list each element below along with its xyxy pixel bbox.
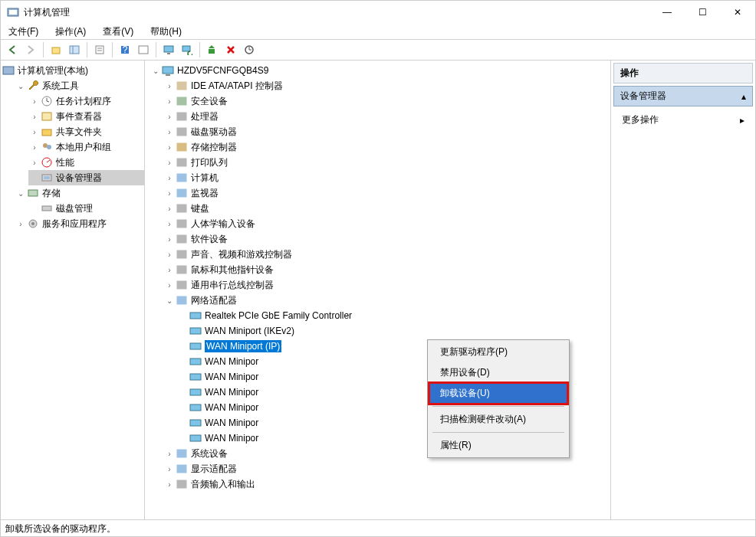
device-tree-pane[interactable]: ⌄HZDV5FCNFGQB4S9 › IDE ATA/ATAPI 控制器 › 安… [145, 61, 611, 519]
device-item-network[interactable]: › Realtek PCIe GbE Family Controller [177, 308, 610, 323]
disk-icon [41, 202, 53, 214]
ctx-properties[interactable]: 属性(R) [429, 435, 567, 456]
device-item-network[interactable]: › WAN Miniport (IKEv2) [177, 323, 610, 339]
tree-performance[interactable]: ›性能 [28, 155, 144, 170]
device-cat-display[interactable]: › 显示适配器 [163, 461, 610, 476]
svg-text:?: ? [123, 44, 128, 55]
minimize-button[interactable]: — [649, 1, 685, 24]
help-button[interactable]: ? [117, 41, 133, 58]
monitor-refresh-button[interactable] [179, 41, 196, 58]
expand-icon[interactable]: › [30, 127, 39, 136]
expand-icon[interactable]: › [165, 219, 174, 228]
device-cat-usb[interactable]: › 通用串行总线控制器 [163, 277, 610, 293]
up-button[interactable] [48, 41, 64, 58]
collapse-icon[interactable]: ⌄ [16, 81, 25, 90]
maximize-button[interactable]: ☐ [685, 1, 720, 24]
svg-rect-58 [190, 435, 201, 441]
device-mgr-icon [41, 172, 53, 184]
device-host[interactable]: ⌄HZDV5FCNFGQB4S9 [150, 63, 610, 78]
expand-icon[interactable]: › [165, 142, 174, 152]
actions-more[interactable]: 更多操作 ▸ [611, 109, 755, 131]
ctx-update-driver[interactable]: 更新驱动程序(P) [429, 342, 567, 362]
expand-icon[interactable]: › [30, 97, 39, 106]
svg-rect-44 [177, 220, 186, 228]
close-button[interactable]: ✕ [720, 1, 755, 24]
tree-services-apps[interactable]: ›服务和应用程序 [15, 216, 144, 231]
actions-selected[interactable]: 设备管理器 ▴ [613, 86, 753, 106]
device-cat-diskdrive[interactable]: › 磁盘驱动器 [163, 124, 610, 139]
device-cat-sound[interactable]: › 声音、视频和游戏控制器 [163, 247, 610, 262]
tree-disk-mgmt[interactable]: ›磁盘管理 [28, 201, 144, 216]
expand-icon[interactable]: › [165, 250, 174, 259]
expand-icon[interactable]: › [165, 173, 174, 182]
collapse-icon[interactable]: ⌄ [151, 66, 160, 75]
ctx-uninstall-device[interactable]: 卸载设备(U) [429, 383, 567, 404]
keyboard-icon [176, 202, 188, 214]
forward-button[interactable] [22, 41, 39, 58]
svg-rect-21 [42, 113, 51, 120]
show-hide-tree-button[interactable] [66, 41, 83, 58]
properties-button[interactable] [91, 41, 108, 58]
svg-rect-2 [52, 47, 60, 54]
device-cat-audio[interactable]: › 音频输入和输出 [163, 476, 610, 492]
tree-task-scheduler[interactable]: ›任务计划程序 [28, 93, 144, 109]
expand-icon[interactable]: › [30, 158, 39, 167]
uninstall-button[interactable] [222, 41, 239, 58]
tree-storage[interactable]: ⌄ 存储 [15, 185, 144, 201]
device-cat-mouse[interactable]: › 鼠标和其他指针设备 [163, 262, 610, 277]
expand-icon[interactable]: › [165, 127, 174, 136]
expand-icon[interactable]: › [30, 142, 39, 152]
device-cat-monitor[interactable]: › 监视器 [163, 185, 610, 201]
scan-hardware-button[interactable] [241, 41, 258, 58]
expand-icon[interactable]: › [30, 112, 39, 121]
sound-icon [176, 248, 188, 260]
tree-system-tools[interactable]: ⌄ 系统工具 [15, 78, 144, 93]
expand-icon[interactable]: › [165, 158, 174, 167]
expand-icon[interactable]: › [165, 81, 174, 90]
expand-icon[interactable]: › [165, 204, 174, 213]
tree-shared-folders[interactable]: ›共享文件夹 [28, 124, 144, 139]
device-cat-cpu[interactable]: › 处理器 [163, 109, 610, 124]
expand-icon[interactable]: › [165, 449, 174, 458]
menu-help[interactable]: 帮助(H) [147, 24, 185, 40]
expand-icon[interactable]: › [165, 480, 174, 489]
tree-root[interactable]: 计算机管理(本地) [1, 63, 144, 78]
menu-file[interactable]: 文件(F) [5, 24, 41, 40]
ctx-disable-device[interactable]: 禁用设备(D) [429, 362, 567, 383]
expand-icon[interactable]: › [165, 280, 174, 290]
device-cat-printq[interactable]: › 打印队列 [163, 155, 610, 170]
storage-ctrl-icon [176, 141, 188, 153]
expand-icon[interactable]: › [16, 219, 25, 228]
device-cat-ide[interactable]: › IDE ATA/ATAPI 控制器 [163, 78, 610, 93]
tree-device-manager[interactable]: ›设备管理器 [28, 170, 144, 185]
collapse-icon[interactable]: ⌄ [165, 296, 174, 305]
ctx-scan-hardware[interactable]: 扫描检测硬件改动(A) [429, 409, 567, 430]
tree-event-viewer[interactable]: ›事件查看器 [28, 109, 144, 124]
monitor-button[interactable] [160, 41, 177, 58]
expand-icon[interactable]: › [165, 234, 174, 244]
device-cat-network[interactable]: ⌄ 网络适配器 [163, 293, 610, 308]
collapse-icon[interactable]: ⌄ [16, 188, 25, 198]
back-button[interactable] [4, 41, 21, 58]
expand-icon[interactable]: › [165, 97, 174, 106]
context-menu: 更新驱动程序(P) 禁用设备(D) 卸载设备(U) 扫描检测硬件改动(A) 属性… [427, 339, 570, 458]
left-tree-pane[interactable]: 计算机管理(本地) ⌄ 系统工具 ›任务计划程序 ›事件查看器 ›共享文件夹 [1, 61, 145, 519]
expand-icon[interactable]: › [165, 265, 174, 274]
device-cat-keyboard[interactable]: › 键盘 [163, 201, 610, 216]
tree-local-users[interactable]: ›本地用户和组 [28, 139, 144, 155]
expand-icon[interactable]: › [165, 188, 174, 198]
device-cat-software[interactable]: › 软件设备 [163, 231, 610, 247]
expand-icon[interactable]: › [165, 112, 174, 121]
expand-icon[interactable]: › [165, 464, 174, 473]
toolbar-separator [112, 42, 113, 57]
menu-action[interactable]: 操作(A) [52, 24, 89, 40]
device-cat-hid[interactable]: › 人体学输入设备 [163, 216, 610, 231]
device-cat-computer[interactable]: › 计算机 [163, 170, 610, 185]
refresh-button[interactable] [135, 41, 152, 58]
menu-view[interactable]: 查看(V) [100, 24, 136, 40]
add-hardware-button[interactable] [204, 41, 221, 58]
svg-rect-52 [190, 343, 201, 349]
device-cat-security[interactable]: › 安全设备 [163, 93, 610, 109]
device-cat-storagectrl[interactable]: › 存储控制器 [163, 139, 610, 155]
ctx-separator [432, 406, 564, 407]
